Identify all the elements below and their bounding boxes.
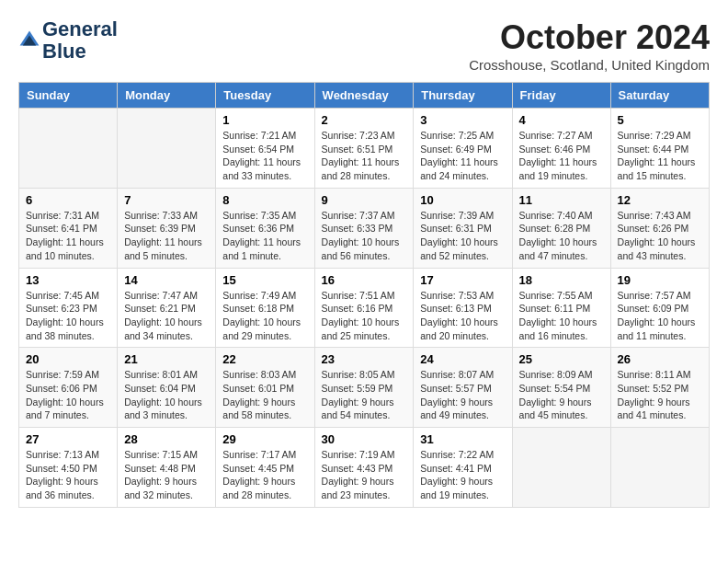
day-info: Sunrise: 7:53 AMSunset: 6:13 PMDaylight:…	[420, 289, 505, 343]
calendar-cell: 18Sunrise: 7:55 AMSunset: 6:11 PMDayligh…	[512, 268, 610, 348]
day-info: Sunrise: 8:01 AMSunset: 6:04 PMDaylight:…	[124, 368, 209, 422]
calendar-cell	[512, 428, 610, 508]
day-info: Sunrise: 8:09 AMSunset: 5:54 PMDaylight:…	[519, 368, 604, 422]
calendar-cell: 23Sunrise: 8:05 AMSunset: 5:59 PMDayligh…	[314, 348, 414, 428]
logo: General Blue	[18, 18, 118, 63]
calendar-cell: 17Sunrise: 7:53 AMSunset: 6:13 PMDayligh…	[414, 268, 512, 348]
day-info: Sunrise: 7:35 AMSunset: 6:36 PMDaylight:…	[222, 209, 307, 263]
day-info: Sunrise: 7:29 AMSunset: 6:44 PMDaylight:…	[618, 129, 702, 183]
day-number: 7	[124, 193, 209, 207]
day-number: 10	[420, 193, 505, 207]
calendar-week-row: 27Sunrise: 7:13 AMSunset: 4:50 PMDayligh…	[19, 428, 710, 508]
page-header: General Blue October 2024 Crosshouse, Sc…	[18, 18, 710, 73]
title-block: October 2024 Crosshouse, Scotland, Unite…	[469, 18, 710, 73]
calendar-cell: 19Sunrise: 7:57 AMSunset: 6:09 PMDayligh…	[610, 268, 709, 348]
calendar-cell: 2Sunrise: 7:23 AMSunset: 6:51 PMDaylight…	[314, 109, 414, 189]
day-info: Sunrise: 7:47 AMSunset: 6:21 PMDaylight:…	[124, 289, 209, 343]
calendar-cell: 7Sunrise: 7:33 AMSunset: 6:39 PMDaylight…	[118, 188, 216, 268]
logo-icon	[18, 29, 40, 52]
calendar-cell: 27Sunrise: 7:13 AMSunset: 4:50 PMDayligh…	[19, 428, 118, 508]
day-number: 23	[322, 352, 407, 366]
day-info: Sunrise: 7:27 AMSunset: 6:46 PMDaylight:…	[519, 129, 604, 183]
day-number: 18	[519, 273, 604, 287]
day-info: Sunrise: 8:07 AMSunset: 5:57 PMDaylight:…	[420, 368, 505, 422]
day-number: 6	[26, 193, 110, 207]
day-info: Sunrise: 7:49 AMSunset: 6:18 PMDaylight:…	[222, 289, 307, 343]
calendar-cell	[610, 428, 709, 508]
day-number: 17	[420, 273, 505, 287]
day-info: Sunrise: 8:11 AMSunset: 5:52 PMDaylight:…	[618, 368, 702, 422]
calendar-cell: 12Sunrise: 7:43 AMSunset: 6:26 PMDayligh…	[610, 188, 709, 268]
day-number: 4	[519, 113, 604, 127]
calendar-cell: 9Sunrise: 7:37 AMSunset: 6:33 PMDaylight…	[314, 188, 414, 268]
calendar-cell: 26Sunrise: 8:11 AMSunset: 5:52 PMDayligh…	[610, 348, 709, 428]
day-number: 1	[222, 113, 307, 127]
day-number: 14	[124, 273, 209, 287]
day-info: Sunrise: 7:25 AMSunset: 6:49 PMDaylight:…	[420, 129, 505, 183]
weekday-tuesday: Tuesday	[216, 83, 314, 109]
weekday-sunday: Sunday	[19, 83, 118, 109]
calendar-cell: 28Sunrise: 7:15 AMSunset: 4:48 PMDayligh…	[118, 428, 216, 508]
day-number: 26	[618, 352, 702, 366]
day-number: 29	[222, 432, 307, 446]
weekday-thursday: Thursday	[414, 83, 512, 109]
calendar-cell	[118, 109, 216, 189]
calendar-cell: 3Sunrise: 7:25 AMSunset: 6:49 PMDaylight…	[414, 109, 512, 189]
day-info: Sunrise: 7:31 AMSunset: 6:41 PMDaylight:…	[26, 209, 110, 263]
day-info: Sunrise: 7:43 AMSunset: 6:26 PMDaylight:…	[618, 209, 702, 263]
month-title: October 2024	[469, 18, 710, 57]
day-number: 5	[618, 113, 702, 127]
calendar-table: SundayMondayTuesdayWednesdayThursdayFrid…	[18, 82, 710, 508]
day-info: Sunrise: 7:33 AMSunset: 6:39 PMDaylight:…	[124, 209, 209, 263]
day-number: 30	[322, 432, 407, 446]
day-number: 28	[124, 432, 209, 446]
day-info: Sunrise: 7:57 AMSunset: 6:09 PMDaylight:…	[618, 289, 702, 343]
day-info: Sunrise: 7:23 AMSunset: 6:51 PMDaylight:…	[322, 129, 407, 183]
calendar-cell: 15Sunrise: 7:49 AMSunset: 6:18 PMDayligh…	[216, 268, 314, 348]
day-number: 11	[519, 193, 604, 207]
day-number: 24	[420, 352, 505, 366]
day-number: 9	[322, 193, 407, 207]
day-info: Sunrise: 8:05 AMSunset: 5:59 PMDaylight:…	[322, 368, 407, 422]
calendar-week-row: 20Sunrise: 7:59 AMSunset: 6:06 PMDayligh…	[19, 348, 710, 428]
calendar-cell: 24Sunrise: 8:07 AMSunset: 5:57 PMDayligh…	[414, 348, 512, 428]
day-info: Sunrise: 7:39 AMSunset: 6:31 PMDaylight:…	[420, 209, 505, 263]
day-info: Sunrise: 7:45 AMSunset: 6:23 PMDaylight:…	[26, 289, 110, 343]
calendar-cell: 16Sunrise: 7:51 AMSunset: 6:16 PMDayligh…	[314, 268, 414, 348]
calendar-cell: 1Sunrise: 7:21 AMSunset: 6:54 PMDaylight…	[216, 109, 314, 189]
day-number: 21	[124, 352, 209, 366]
day-info: Sunrise: 7:51 AMSunset: 6:16 PMDaylight:…	[322, 289, 407, 343]
location: Crosshouse, Scotland, United Kingdom	[469, 57, 710, 73]
day-info: Sunrise: 7:21 AMSunset: 6:54 PMDaylight:…	[222, 129, 307, 183]
calendar-cell: 20Sunrise: 7:59 AMSunset: 6:06 PMDayligh…	[19, 348, 118, 428]
day-number: 3	[420, 113, 505, 127]
day-number: 31	[420, 432, 505, 446]
day-info: Sunrise: 7:59 AMSunset: 6:06 PMDaylight:…	[26, 368, 110, 422]
calendar-header: SundayMondayTuesdayWednesdayThursdayFrid…	[19, 83, 710, 109]
day-info: Sunrise: 7:55 AMSunset: 6:11 PMDaylight:…	[519, 289, 604, 343]
calendar-cell: 5Sunrise: 7:29 AMSunset: 6:44 PMDaylight…	[610, 109, 709, 189]
calendar-cell: 14Sunrise: 7:47 AMSunset: 6:21 PMDayligh…	[118, 268, 216, 348]
weekday-friday: Friday	[512, 83, 610, 109]
day-info: Sunrise: 7:22 AMSunset: 4:41 PMDaylight:…	[420, 448, 505, 502]
calendar-cell: 25Sunrise: 8:09 AMSunset: 5:54 PMDayligh…	[512, 348, 610, 428]
calendar-week-row: 13Sunrise: 7:45 AMSunset: 6:23 PMDayligh…	[19, 268, 710, 348]
day-number: 2	[322, 113, 407, 127]
day-info: Sunrise: 7:17 AMSunset: 4:45 PMDaylight:…	[222, 448, 307, 502]
calendar-cell: 8Sunrise: 7:35 AMSunset: 6:36 PMDaylight…	[216, 188, 314, 268]
day-number: 19	[618, 273, 702, 287]
day-info: Sunrise: 8:03 AMSunset: 6:01 PMDaylight:…	[222, 368, 307, 422]
calendar-week-row: 6Sunrise: 7:31 AMSunset: 6:41 PMDaylight…	[19, 188, 710, 268]
weekday-wednesday: Wednesday	[314, 83, 414, 109]
calendar-cell: 22Sunrise: 8:03 AMSunset: 6:01 PMDayligh…	[216, 348, 314, 428]
calendar-cell: 11Sunrise: 7:40 AMSunset: 6:28 PMDayligh…	[512, 188, 610, 268]
calendar-cell: 30Sunrise: 7:19 AMSunset: 4:43 PMDayligh…	[314, 428, 414, 508]
day-info: Sunrise: 7:40 AMSunset: 6:28 PMDaylight:…	[519, 209, 604, 263]
day-number: 8	[222, 193, 307, 207]
weekday-saturday: Saturday	[610, 83, 709, 109]
weekday-header-row: SundayMondayTuesdayWednesdayThursdayFrid…	[19, 83, 710, 109]
calendar-cell: 13Sunrise: 7:45 AMSunset: 6:23 PMDayligh…	[19, 268, 118, 348]
day-number: 27	[26, 432, 110, 446]
weekday-monday: Monday	[118, 83, 216, 109]
day-number: 20	[26, 352, 110, 366]
